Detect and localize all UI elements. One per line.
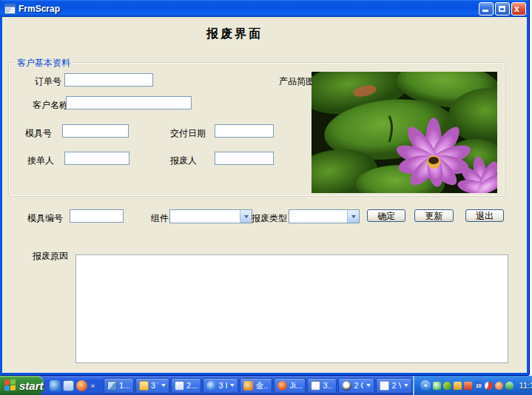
close-button[interactable]: x bbox=[511, 2, 526, 16]
desktop-screen: FrmScrap x 报废界面 客户基本资料 订单号 客户名称 模具号 交付日期 bbox=[0, 0, 532, 395]
start-label: start bbox=[19, 379, 44, 392]
scrap-type-combobox[interactable] bbox=[289, 209, 360, 223]
tray-collapse-chevron-icon[interactable]: « bbox=[420, 380, 431, 391]
mold-no-input[interactable] bbox=[62, 124, 129, 138]
taskbar-clock: 11:15 bbox=[519, 381, 532, 390]
system-tray: « 10 11:15 bbox=[413, 376, 532, 395]
titlebar[interactable]: FrmScrap x bbox=[0, 0, 529, 17]
order-taker-label: 接单人 bbox=[27, 155, 54, 167]
start-button[interactable]: start bbox=[0, 376, 44, 395]
maximize-button[interactable] bbox=[495, 2, 510, 16]
form-client-area: 报废界面 客户基本资料 订单号 客户名称 模具号 交付日期 接单人 报废人 产品… bbox=[1, 17, 528, 374]
chevron-down-icon bbox=[230, 384, 235, 387]
windows-flag-icon bbox=[4, 379, 16, 391]
tray-green-app-icon[interactable] bbox=[433, 382, 441, 390]
firefox-icon bbox=[277, 381, 287, 391]
quick-launch-bar: » bbox=[44, 380, 101, 391]
frmscrap-window: FrmScrap x 报废界面 客户基本资料 订单号 客户名称 模具号 交付日期 bbox=[0, 0, 529, 375]
tray-orange-globe-icon[interactable] bbox=[495, 382, 503, 390]
taskbar-task-1[interactable]: 1... bbox=[104, 378, 134, 394]
taskbar-task-gold-app[interactable]: 金... bbox=[240, 378, 272, 394]
delivery-date-label: 交付日期 bbox=[170, 127, 206, 140]
customer-info-groupbox: 客户基本资料 订单号 客户名称 模具号 交付日期 接单人 报废人 产品简图 bbox=[8, 62, 505, 197]
scrap-person-input[interactable] bbox=[215, 152, 274, 165]
form-app-icon bbox=[4, 4, 16, 14]
update-button[interactable]: 更新 bbox=[414, 209, 454, 222]
qq-icon bbox=[342, 381, 351, 391]
taskbar-task-firefox[interactable]: Ji... bbox=[274, 378, 306, 394]
document-icon bbox=[175, 381, 184, 391]
chevron-down-icon bbox=[161, 384, 166, 387]
internet-explorer-icon bbox=[206, 381, 216, 391]
product-sketch-label: 产品简图 bbox=[279, 75, 314, 88]
customer-name-input[interactable] bbox=[66, 96, 192, 109]
taskbar: start » 1... 3 W 2... 3 I... 金... bbox=[0, 376, 532, 395]
page-title: 报废界面 bbox=[172, 27, 297, 42]
product-picture bbox=[312, 72, 497, 193]
tray-shield-icon[interactable] bbox=[443, 382, 451, 390]
show-desktop-icon[interactable] bbox=[63, 380, 74, 391]
order-no-label: 订单号 bbox=[35, 75, 61, 88]
scrap-reason-label: 报废原因 bbox=[33, 250, 68, 263]
ok-button[interactable]: 确定 bbox=[367, 209, 405, 222]
window-title: FrmScrap bbox=[18, 4, 479, 14]
exit-button[interactable]: 退出 bbox=[465, 209, 504, 222]
chevron-down-icon bbox=[404, 384, 408, 387]
scrap-type-value bbox=[289, 210, 347, 223]
taskbar-task-qq-group[interactable]: 2 Q bbox=[338, 378, 374, 394]
scrap-reason-textarea[interactable] bbox=[75, 254, 508, 363]
order-no-input[interactable] bbox=[64, 73, 153, 87]
mold-code-label: 模具编号 bbox=[27, 212, 63, 225]
quick-launch-overflow-chevron[interactable]: » bbox=[90, 382, 97, 390]
folder-icon bbox=[139, 381, 149, 391]
picture-window-icon bbox=[107, 381, 117, 391]
component-value bbox=[170, 210, 240, 223]
component-label: 组件 bbox=[151, 212, 169, 225]
scrap-type-label: 报废类型 bbox=[252, 212, 287, 225]
taskbar-task-document[interactable]: 2... bbox=[171, 378, 201, 394]
gold-app-icon bbox=[243, 381, 253, 391]
taskbar-task-notepad[interactable]: 3... bbox=[307, 378, 337, 394]
chevron-down-icon[interactable] bbox=[240, 210, 252, 223]
taskbar-task-ie-group[interactable]: 3 I... bbox=[203, 378, 238, 394]
customer-name-label: 客户名称 bbox=[33, 99, 68, 112]
tray-pie-icon[interactable] bbox=[485, 382, 493, 390]
minimize-button[interactable] bbox=[479, 2, 494, 16]
firefox-icon[interactable] bbox=[76, 380, 87, 391]
tray-red-app-icon[interactable] bbox=[464, 382, 472, 390]
mold-code-input[interactable] bbox=[70, 209, 124, 223]
taskbar-task-window-group[interactable]: 2 V bbox=[376, 378, 412, 394]
tray-antenna-icon[interactable] bbox=[505, 382, 514, 390]
tray-badge-icon[interactable]: 10 bbox=[474, 382, 482, 390]
notepad-icon bbox=[311, 381, 320, 391]
order-taker-input[interactable] bbox=[64, 152, 129, 165]
internet-explorer-icon[interactable] bbox=[50, 380, 61, 391]
component-combobox[interactable] bbox=[169, 209, 252, 223]
chevron-down-icon[interactable] bbox=[347, 210, 359, 223]
white-window-icon bbox=[380, 381, 389, 391]
taskbar-task-folder-group[interactable]: 3 W bbox=[135, 378, 169, 394]
groupbox-label: 客户基本资料 bbox=[15, 57, 73, 70]
delivery-date-input[interactable] bbox=[215, 124, 274, 138]
mold-no-label: 模具号 bbox=[25, 127, 52, 140]
scrap-person-label: 报废人 bbox=[170, 155, 197, 167]
chevron-down-icon bbox=[366, 384, 371, 387]
tray-yellow-app-icon[interactable] bbox=[454, 382, 462, 390]
